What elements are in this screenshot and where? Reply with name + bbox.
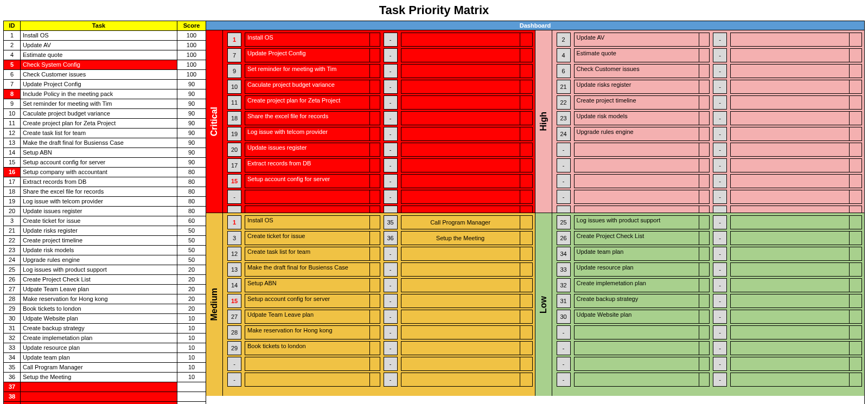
quad-id2[interactable]: - bbox=[713, 143, 727, 157]
table-row[interactable]: 25Log issues with product support20 bbox=[4, 265, 206, 275]
quad-task[interactable]: Create backup strategy bbox=[574, 294, 700, 308]
quad-task2[interactable] bbox=[730, 143, 850, 157]
cell-task[interactable]: Setup ABN bbox=[21, 148, 177, 158]
table-row[interactable]: 38 bbox=[4, 392, 206, 402]
quad-id[interactable]: 10 bbox=[227, 80, 241, 94]
cell-id[interactable]: 7 bbox=[4, 80, 21, 89]
cell-id[interactable]: 38 bbox=[4, 392, 21, 402]
cell-score[interactable]: 100 bbox=[177, 31, 206, 41]
cell-task[interactable]: Caculate project budget variance bbox=[21, 109, 177, 119]
cell-score[interactable]: 90 bbox=[177, 129, 206, 138]
quad-id2[interactable]: - bbox=[384, 190, 398, 204]
quad-id2[interactable]: - bbox=[713, 190, 727, 204]
quad-task[interactable]: Create project plan for Zeta Project bbox=[245, 95, 370, 110]
cell-task[interactable]: Setup the Meeting bbox=[21, 373, 177, 382]
cell-score[interactable]: 90 bbox=[177, 89, 206, 99]
quad-task[interactable] bbox=[245, 357, 370, 371]
cell-task[interactable]: Create backup strategy bbox=[21, 324, 177, 334]
quad-task2[interactable] bbox=[401, 206, 520, 213]
quad-task[interactable]: Estimate quote bbox=[574, 48, 700, 62]
cell-id[interactable]: 10 bbox=[4, 109, 21, 119]
cell-score[interactable]: 50 bbox=[177, 236, 206, 246]
quad-id[interactable]: 12 bbox=[227, 247, 241, 261]
quad-row[interactable]: -- bbox=[557, 357, 863, 371]
table-row[interactable]: 28Make reservation for Hong kong20 bbox=[4, 294, 206, 304]
table-row[interactable]: 27Udpate Team Leave plan20 bbox=[4, 285, 206, 294]
quad-id2[interactable]: - bbox=[384, 80, 398, 94]
quad-task2[interactable] bbox=[401, 33, 520, 47]
quad-id[interactable]: - bbox=[227, 357, 241, 371]
quad-id2[interactable]: - bbox=[713, 357, 727, 371]
quad-task2[interactable] bbox=[730, 310, 850, 324]
quad-task2[interactable] bbox=[401, 357, 520, 371]
quad-task2[interactable] bbox=[401, 111, 520, 125]
quad-task[interactable]: Update risks register bbox=[574, 80, 700, 94]
cell-id[interactable]: 22 bbox=[4, 236, 21, 246]
cell-task[interactable]: Setup company with accountant bbox=[21, 168, 177, 177]
quad-id2[interactable]: - bbox=[384, 127, 398, 141]
quad-task[interactable]: Upgrade rules engine bbox=[574, 127, 700, 141]
quad-task2[interactable] bbox=[401, 48, 520, 62]
quad-row[interactable]: 7Update Project Config- bbox=[227, 48, 533, 62]
cell-task[interactable]: Create project plan for Zeta Project bbox=[21, 119, 177, 129]
quad-task2[interactable] bbox=[730, 294, 850, 308]
quad-task2[interactable] bbox=[401, 262, 520, 277]
cell-id[interactable]: 35 bbox=[4, 363, 21, 373]
quad-task2[interactable] bbox=[730, 127, 850, 141]
quad-task[interactable]: Update risk models bbox=[574, 111, 700, 125]
cell-task[interactable]: Update team plan bbox=[21, 353, 177, 363]
quad-id[interactable]: 25 bbox=[557, 215, 571, 229]
table-row[interactable]: 30Udpate Website plan10 bbox=[4, 314, 206, 324]
quad-task2[interactable] bbox=[401, 294, 520, 308]
cell-id[interactable]: 36 bbox=[4, 373, 21, 382]
quad-task2[interactable] bbox=[401, 190, 520, 204]
cell-task[interactable]: Include Policy in the meeting pack bbox=[21, 89, 177, 99]
quad-id[interactable]: 21 bbox=[557, 80, 571, 94]
quad-row[interactable]: 23Update risk models- bbox=[557, 111, 863, 125]
quad-task2[interactable] bbox=[730, 231, 850, 245]
quad-id[interactable]: 20 bbox=[227, 143, 241, 157]
quad-id[interactable]: 23 bbox=[557, 111, 571, 125]
quad-task[interactable]: Update resource plan bbox=[574, 262, 700, 277]
quad-id2[interactable]: 35 bbox=[384, 215, 398, 229]
quad-id[interactable]: - bbox=[227, 373, 241, 387]
quad-row[interactable]: 1Install OS35Call Program Manager bbox=[227, 215, 533, 229]
table-row[interactable]: 31Create backup strategy10 bbox=[4, 324, 206, 334]
quad-row[interactable]: 15Setup account config for server- bbox=[227, 174, 533, 188]
cell-id[interactable]: 17 bbox=[4, 177, 21, 187]
quad-task[interactable]: Setup ABN bbox=[245, 278, 370, 292]
quad-task2[interactable] bbox=[730, 111, 850, 125]
table-row[interactable]: 8Include Policy in the meeting pack90 bbox=[4, 89, 206, 99]
cell-score[interactable]: 20 bbox=[177, 275, 206, 285]
cell-task[interactable]: Share the excel file for records bbox=[21, 187, 177, 197]
quad-id2[interactable]: - bbox=[384, 278, 398, 292]
cell-id[interactable]: 25 bbox=[4, 265, 21, 275]
quad-id2[interactable]: - bbox=[384, 206, 398, 213]
cell-task[interactable]: Udpate Team Leave plan bbox=[21, 285, 177, 294]
cell-task[interactable]: Install OS bbox=[21, 31, 177, 41]
quad-id[interactable]: - bbox=[557, 325, 571, 339]
quad-task2[interactable] bbox=[730, 64, 850, 78]
quad-task[interactable]: Make the draft final for Busienss Case bbox=[245, 262, 370, 277]
quad-id2[interactable]: - bbox=[713, 158, 727, 172]
cell-id[interactable]: 33 bbox=[4, 343, 21, 353]
cell-id[interactable]: 14 bbox=[4, 148, 21, 158]
cell-score[interactable]: 50 bbox=[177, 226, 206, 236]
cell-score[interactable]: 100 bbox=[177, 41, 206, 50]
quad-id[interactable]: - bbox=[557, 373, 571, 387]
quad-id2[interactable]: - bbox=[713, 33, 727, 47]
quad-task[interactable]: Create task list for team bbox=[245, 247, 370, 261]
cell-score[interactable]: 90 bbox=[177, 99, 206, 109]
cell-id[interactable]: 3 bbox=[4, 216, 21, 226]
cell-task[interactable]: Set reminder for meeting with Tim bbox=[21, 99, 177, 109]
quad-id2[interactable]: - bbox=[713, 262, 727, 277]
cell-score[interactable]: 10 bbox=[177, 334, 206, 343]
cell-task[interactable]: Check System Config bbox=[21, 60, 177, 70]
quad-id2[interactable]: - bbox=[384, 48, 398, 62]
quad-task2[interactable] bbox=[401, 341, 520, 355]
cell-score[interactable] bbox=[177, 392, 206, 402]
cell-id[interactable]: 21 bbox=[4, 226, 21, 236]
cell-score[interactable]: 20 bbox=[177, 285, 206, 294]
quad-id[interactable]: 13 bbox=[227, 262, 241, 277]
cell-score[interactable]: 10 bbox=[177, 314, 206, 324]
